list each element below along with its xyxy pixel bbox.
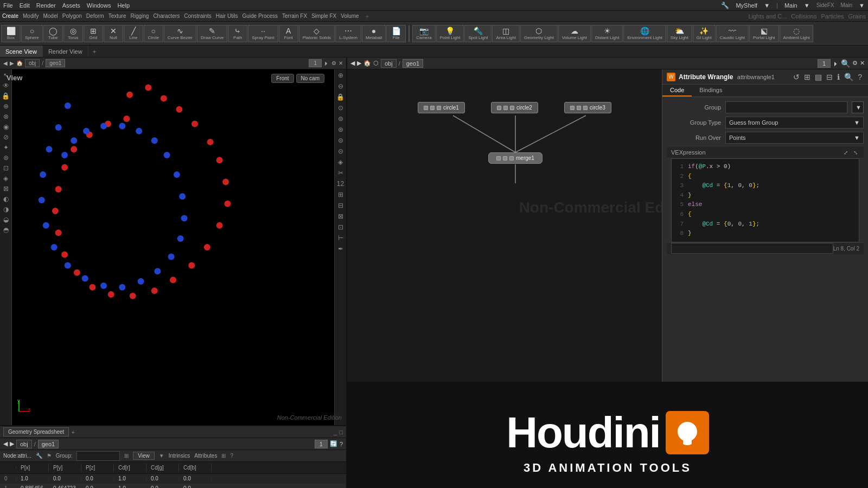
shelf-tab-simplefx[interactable]: Simple FX bbox=[311, 13, 336, 19]
tool-distant-light[interactable]: ☀Distant Light bbox=[591, 25, 623, 42]
ne-options[interactable]: ⚙ bbox=[852, 60, 858, 67]
vp-right-t5[interactable]: ⊚ bbox=[335, 114, 346, 124]
group-field[interactable] bbox=[725, 101, 847, 113]
spread-back[interactable]: ◀ bbox=[3, 440, 8, 447]
attr-tab-code[interactable]: Code bbox=[662, 85, 692, 97]
tool-env-light[interactable]: 🌐Environment Light bbox=[623, 25, 666, 42]
shelf-tab-rigging[interactable]: Rigging bbox=[130, 13, 149, 19]
vp-right-t10[interactable]: ✂ bbox=[335, 168, 346, 178]
attr-tab-bindings[interactable]: Bindings bbox=[692, 85, 730, 97]
view-arrow[interactable]: ▼ bbox=[159, 453, 164, 459]
vp-tool-r6[interactable]: ⊛ bbox=[1, 153, 11, 163]
tool-point-light[interactable]: 💡Point Light bbox=[436, 25, 464, 42]
tool-grid[interactable]: ⊞Grid bbox=[84, 25, 103, 42]
ne-geo1[interactable]: geo1 bbox=[403, 59, 423, 68]
vp-right-t15[interactable]: ⊡ bbox=[335, 222, 346, 232]
vp-right-t7[interactable]: ⊜ bbox=[335, 136, 346, 145]
vex-code-editor[interactable]: 1 if(@P.x > 0) 2 { 3 @Cd = {1, 0, 0}; bbox=[671, 158, 859, 242]
tool-sky-light[interactable]: ⛅Sky Light bbox=[667, 25, 692, 42]
view-mode-btn[interactable]: Front bbox=[271, 74, 293, 83]
tool-caustic-light[interactable]: 〰Caustic Light bbox=[716, 25, 749, 42]
vp-right-t8[interactable]: ⊝ bbox=[335, 146, 346, 156]
ne-close[interactable]: ✕ bbox=[860, 60, 865, 67]
tool-metaball[interactable]: ●Metaball bbox=[362, 25, 386, 42]
ne-home[interactable]: 🏠 bbox=[363, 60, 371, 67]
ne-obj[interactable]: obj bbox=[381, 59, 397, 68]
vp-right-t11[interactable]: 12 bbox=[335, 179, 346, 189]
vp-play-btn[interactable]: ⏵ bbox=[324, 60, 329, 66]
tool-camera[interactable]: 📷Camera bbox=[412, 25, 435, 42]
vp-tool-r3[interactable]: ◉ bbox=[1, 122, 11, 132]
tool-gi-light[interactable]: ✨GI Light bbox=[693, 25, 716, 42]
tool-spot-light[interactable]: 🔦Spot Light bbox=[464, 25, 492, 42]
node-circle2[interactable]: circle2 bbox=[491, 102, 538, 113]
tool-platonic[interactable]: ◇Platonic Solids bbox=[299, 25, 335, 42]
tool-tube[interactable]: ◯Tube bbox=[43, 25, 63, 42]
attr-help[interactable]: ? bbox=[230, 453, 233, 459]
vp-right-t1[interactable]: ⊕ bbox=[335, 70, 346, 80]
vp-path-geo[interactable]: geo1 bbox=[46, 59, 65, 67]
ae-tool-layout[interactable]: ⊞ bbox=[802, 73, 812, 81]
tool-torus[interactable]: ◎Torus bbox=[63, 25, 83, 42]
vp-tool-r5[interactable]: ✦ bbox=[1, 143, 11, 152]
vp-tool-r11[interactable]: ◑ bbox=[1, 204, 11, 214]
vp-close-btn[interactable]: ✕ bbox=[339, 60, 343, 66]
shelf-tab-texture[interactable]: Texture bbox=[108, 13, 126, 19]
myshelf-label[interactable]: MyShelf bbox=[736, 2, 757, 9]
tool-ambient-light[interactable]: ◌Ambient Light bbox=[780, 25, 814, 42]
tool-circle[interactable]: ○Circle bbox=[144, 25, 163, 42]
node-circle1[interactable]: circle1 bbox=[418, 102, 465, 113]
shelf-tab-modify[interactable]: Modify bbox=[23, 13, 39, 19]
shelf-tab-guide[interactable]: Guide Process bbox=[242, 13, 278, 19]
spread-min-btn[interactable]: _ bbox=[334, 429, 337, 435]
vp-tool-r4[interactable]: ⊘ bbox=[1, 132, 11, 142]
node-merge1[interactable]: merge1 bbox=[488, 152, 542, 164]
node-flag[interactable]: ⚑ bbox=[47, 453, 52, 459]
spread-help[interactable]: ? bbox=[340, 441, 343, 447]
vp-right-t3[interactable]: 🔒 bbox=[335, 92, 346, 102]
ne-back[interactable]: ◀ bbox=[350, 60, 355, 67]
col-pz[interactable]: P[z] bbox=[81, 464, 114, 472]
vp-tool-r12[interactable]: ◒ bbox=[1, 215, 11, 224]
shelf-tab-terrain[interactable]: Terrain FX bbox=[282, 13, 307, 19]
vp-tool-r7[interactable]: ⊡ bbox=[1, 163, 11, 173]
view-dropdown[interactable]: View bbox=[133, 452, 155, 460]
vp-tool-view[interactable]: 👁 bbox=[1, 81, 11, 91]
tab-scene-view[interactable]: Scene View bbox=[0, 46, 43, 57]
tool-portal-light[interactable]: ⬕Portal Light bbox=[749, 25, 778, 42]
vp-right-t9[interactable]: ◈ bbox=[335, 157, 346, 167]
col-py[interactable]: P[y] bbox=[49, 464, 81, 472]
col-px[interactable]: P[x] bbox=[16, 464, 49, 472]
shelf-tab-volume[interactable]: Volume bbox=[341, 13, 359, 19]
vp-right-t4[interactable]: ⊙ bbox=[335, 103, 346, 113]
vex-collapse-btn[interactable]: ⤡ bbox=[852, 150, 859, 156]
vp-tool-r1[interactable]: ⊕ bbox=[1, 101, 11, 111]
shelf-tab-hair[interactable]: Hair Utils bbox=[216, 13, 238, 19]
vp-tool-r13[interactable]: ◓ bbox=[1, 225, 11, 235]
vp-tool-r9[interactable]: ⊠ bbox=[1, 184, 11, 194]
vp-right-t17[interactable]: ✒ bbox=[335, 244, 346, 254]
node-circle3[interactable]: circle3 bbox=[564, 102, 611, 113]
shelf-tab-create[interactable]: Create bbox=[2, 13, 18, 19]
ne-search[interactable]: 🔍 bbox=[841, 59, 850, 68]
ae-tool-help[interactable]: ? bbox=[856, 73, 864, 81]
intrinsics-btn[interactable]: Intrinsics bbox=[169, 453, 190, 459]
spread-add-tab[interactable]: + bbox=[71, 429, 74, 435]
spreadsheet-tab[interactable]: Geometry Spreadsheet bbox=[3, 427, 69, 436]
tool-area-light[interactable]: ◫Area Light bbox=[492, 25, 519, 42]
vp-right-t12[interactable]: ⊞ bbox=[335, 190, 346, 200]
shelf-tab-characters[interactable]: Characters bbox=[153, 13, 180, 19]
tool-volume-light[interactable]: ☁Volume Light bbox=[558, 25, 591, 42]
shelf-tab-constraints[interactable]: Constraints bbox=[184, 13, 212, 19]
menu-edit[interactable]: Edit bbox=[20, 2, 30, 9]
ae-tool-search[interactable]: 🔍 bbox=[843, 73, 855, 81]
vp-right-t13[interactable]: ⊟ bbox=[335, 201, 346, 210]
tool-spray[interactable]: ∙∙Spray Paint bbox=[248, 25, 278, 42]
vp-back-btn[interactable]: ◀ bbox=[3, 60, 8, 66]
tool-geometry-light[interactable]: ⬡Geometry Light bbox=[520, 25, 558, 42]
vex-expand-btn[interactable]: ⤢ bbox=[842, 150, 850, 156]
tool-box[interactable]: ⬜Box bbox=[1, 25, 21, 42]
tool-line[interactable]: ╱Line bbox=[124, 25, 143, 42]
menu-windows[interactable]: Windows bbox=[87, 2, 111, 9]
spread-fwd[interactable]: ▶ bbox=[10, 440, 14, 447]
